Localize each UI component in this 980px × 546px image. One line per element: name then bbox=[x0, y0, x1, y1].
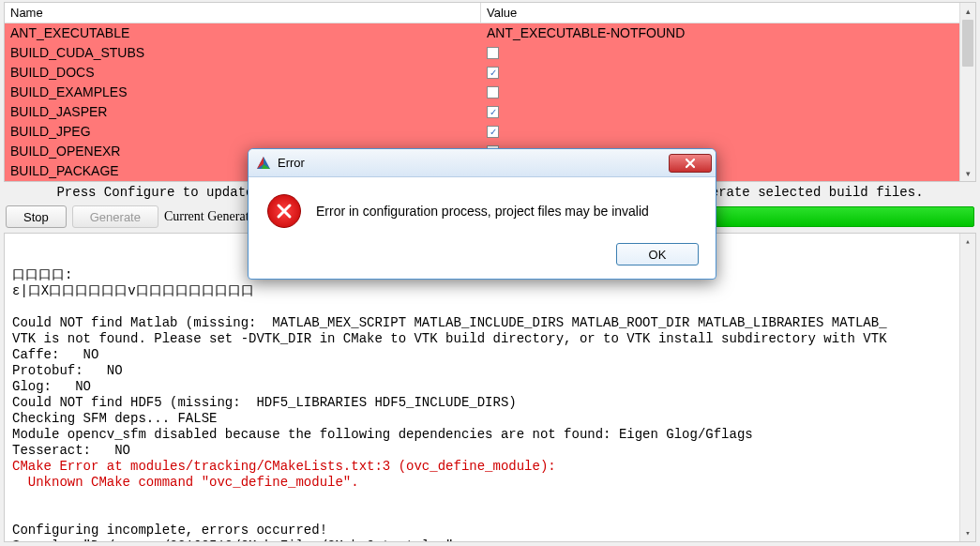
checkbox[interactable] bbox=[487, 47, 499, 59]
cell-value[interactable]: ✓ bbox=[481, 122, 975, 142]
table-header: Name Value bbox=[5, 3, 975, 23]
close-button[interactable] bbox=[669, 154, 712, 173]
table-row[interactable]: BUILD_EXAMPLES bbox=[5, 83, 975, 102]
generate-button: Generate bbox=[72, 205, 158, 228]
dialog-footer: OK bbox=[249, 234, 716, 279]
cell-value[interactable]: ANT_EXECUTABLE-NOTFOUND bbox=[481, 23, 975, 43]
log-line: Configuring incomplete, errors occurred! bbox=[12, 523, 968, 538]
log-line: VTK is not found. Please set -DVTK_DIR i… bbox=[12, 331, 968, 347]
log-line bbox=[12, 299, 968, 315]
checkbox[interactable]: ✓ bbox=[487, 106, 499, 118]
cmake-icon bbox=[256, 156, 271, 171]
cell-value[interactable]: ✓ bbox=[481, 63, 975, 83]
log-line bbox=[12, 507, 968, 523]
error-icon bbox=[267, 194, 301, 228]
log-line: Protobuf: NO bbox=[12, 363, 968, 379]
ok-button[interactable]: OK bbox=[616, 243, 699, 265]
cell-name: ANT_EXECUTABLE bbox=[5, 23, 481, 43]
table-row[interactable]: BUILD_JPEG✓ bbox=[5, 122, 975, 142]
log-line: Could NOT find HDF5 (missing: HDF5_LIBRA… bbox=[12, 395, 968, 411]
scroll-up-icon[interactable]: ▴ bbox=[960, 234, 975, 250]
log-line: Tesseract: NO bbox=[12, 443, 968, 459]
scroll-up-icon[interactable]: ▴ bbox=[960, 3, 975, 19]
dialog-title: Error bbox=[278, 156, 662, 170]
table-row[interactable]: BUILD_CUDA_STUBS bbox=[5, 43, 975, 63]
log-line: Caffe: NO bbox=[12, 347, 968, 363]
table-row[interactable]: BUILD_DOCS✓ bbox=[5, 63, 975, 83]
log-line: See also "D:/opencv/20160510/CMakeFiles/… bbox=[12, 538, 968, 542]
log-line: ε|口X口口口口口口v口口口口口口口口口 bbox=[12, 283, 968, 299]
cell-value[interactable] bbox=[481, 83, 975, 102]
header-name[interactable]: Name bbox=[5, 3, 481, 23]
checkbox[interactable] bbox=[487, 86, 499, 99]
table-scrollbar[interactable]: ▴ ▾ bbox=[959, 3, 975, 181]
cell-name: BUILD_JPEG bbox=[5, 122, 481, 142]
cell-name: BUILD_EXAMPLES bbox=[5, 83, 481, 102]
table-row[interactable]: BUILD_JASPER✓ bbox=[5, 102, 975, 122]
log-line: Checking SFM deps... FALSE bbox=[12, 411, 968, 427]
checkbox[interactable]: ✓ bbox=[487, 67, 499, 79]
log-line bbox=[12, 491, 968, 507]
error-dialog: Error Error in configuration process, pr… bbox=[248, 148, 716, 280]
scroll-thumb[interactable] bbox=[962, 20, 973, 67]
log-line: Glog: NO bbox=[12, 379, 968, 395]
cell-name: BUILD_CUDA_STUBS bbox=[5, 43, 481, 63]
scroll-down-icon[interactable]: ▾ bbox=[960, 525, 975, 541]
cell-name: BUILD_DOCS bbox=[5, 63, 481, 83]
dialog-body: Error in configuration process, project … bbox=[249, 177, 716, 234]
cell-value[interactable]: ✓ bbox=[481, 102, 975, 122]
close-icon bbox=[684, 158, 697, 169]
log-line: Could NOT find Matlab (missing: MATLAB_M… bbox=[12, 315, 968, 331]
log-line: Unknown CMake command "ovc_define_module… bbox=[12, 475, 968, 491]
checkbox[interactable]: ✓ bbox=[487, 126, 499, 138]
scroll-down-icon[interactable]: ▾ bbox=[960, 165, 975, 181]
cell-name: BUILD_JASPER bbox=[5, 102, 481, 122]
stop-button[interactable]: Stop bbox=[6, 205, 67, 228]
cell-value[interactable] bbox=[481, 43, 975, 63]
dialog-titlebar[interactable]: Error bbox=[249, 149, 716, 177]
header-value[interactable]: Value bbox=[481, 3, 975, 23]
log-scrollbar[interactable]: ▴ ▾ bbox=[959, 234, 975, 541]
table-row[interactable]: ANT_EXECUTABLEANT_EXECUTABLE-NOTFOUND bbox=[5, 23, 975, 43]
dialog-message: Error in configuration process, project … bbox=[316, 204, 649, 219]
log-line: Module opencv_sfm disabled because the f… bbox=[12, 427, 968, 443]
log-line: CMake Error at modules/tracking/CMakeLis… bbox=[12, 459, 968, 475]
